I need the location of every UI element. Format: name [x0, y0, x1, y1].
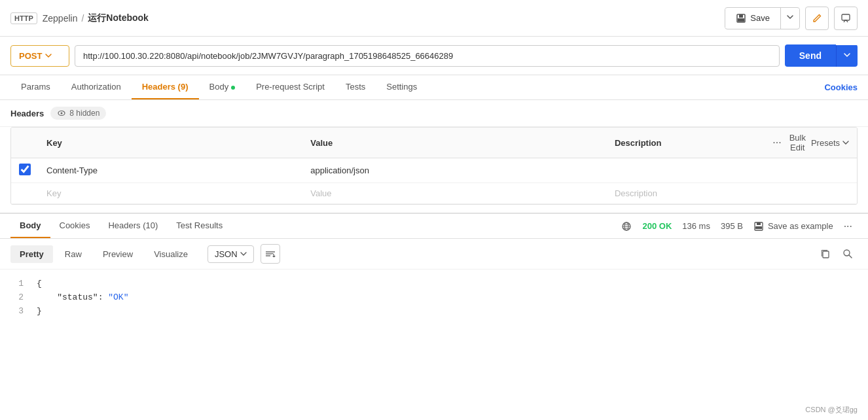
- resp-tab-cookies[interactable]: Cookies: [50, 214, 99, 238]
- url-input[interactable]: [75, 45, 780, 67]
- top-bar-right: Save: [725, 7, 858, 30]
- empty-actions-cell: [762, 183, 857, 204]
- col-desc-header: Description: [607, 128, 762, 158]
- comment-button[interactable]: [834, 7, 858, 30]
- view-tab-preview[interactable]: Preview: [94, 245, 142, 263]
- row-value-value: application/json: [310, 166, 369, 175]
- wrap-button[interactable]: [261, 244, 280, 264]
- line-content-1: {: [37, 277, 42, 291]
- method-chevron-icon: [45, 52, 52, 60]
- svg-line-19: [849, 255, 852, 258]
- view-tab-raw[interactable]: Raw: [56, 245, 91, 263]
- send-button[interactable]: Send: [785, 44, 836, 67]
- col-key-header: Key: [39, 128, 302, 158]
- tab-params[interactable]: Params: [10, 75, 61, 99]
- tab-body[interactable]: Body: [199, 75, 246, 99]
- line-num-1: 1: [10, 277, 24, 291]
- send-chevron-icon: [843, 51, 851, 59]
- table-header-row: Key Value Description ··· Bulk Edit Pres…: [11, 128, 857, 158]
- tab-cookies[interactable]: Cookies: [824, 76, 858, 99]
- view-tab-pretty[interactable]: Pretty: [10, 245, 53, 263]
- response-more-button[interactable]: ···: [844, 220, 852, 232]
- chevron-down-icon: [786, 13, 794, 21]
- presets-button[interactable]: Presets: [811, 138, 849, 148]
- send-button-group: Send: [785, 44, 858, 67]
- response-tabs: Body Cookies Headers (10) Test Results 2…: [0, 213, 868, 239]
- row-value-cell: application/json: [302, 158, 607, 183]
- presets-chevron-icon: [842, 139, 849, 146]
- search-response-button[interactable]: [838, 244, 858, 264]
- table-empty-row: Key Value Description: [11, 183, 857, 204]
- tab-prerequest[interactable]: Pre-request Script: [245, 75, 335, 99]
- row-key-value: Content-Type: [46, 166, 98, 175]
- edit-button[interactable]: [805, 7, 829, 30]
- svg-point-5: [61, 113, 63, 114]
- tab-tests[interactable]: Tests: [335, 75, 376, 99]
- headers-table: Key Value Description ··· Bulk Edit Pres…: [11, 128, 857, 204]
- breadcrumb-app[interactable]: Zeppelin: [43, 13, 78, 24]
- globe-icon: [621, 221, 632, 232]
- status-code: 200 OK: [642, 221, 672, 231]
- empty-value-placeholder: Value: [310, 188, 331, 198]
- view-tab-visualize[interactable]: Visualize: [145, 245, 197, 263]
- eye-icon: [57, 109, 66, 118]
- line-content-2: "status": "OK": [37, 291, 128, 305]
- code-line-1: 1 {: [10, 277, 858, 291]
- row-check-cell: [11, 158, 39, 183]
- request-tabs: Params Authorization Headers (9) Body Pr…: [0, 75, 868, 100]
- copy-button[interactable]: [816, 244, 835, 264]
- line-num-3: 3: [10, 305, 24, 319]
- format-select[interactable]: JSON: [208, 245, 254, 263]
- resp-tab-test-results[interactable]: Test Results: [167, 214, 232, 238]
- empty-key-cell[interactable]: Key: [39, 183, 302, 204]
- breadcrumb: Zeppelin / 运行Notebook: [43, 12, 149, 24]
- row-key-cell: Content-Type: [39, 158, 302, 183]
- empty-desc-cell[interactable]: Description: [607, 183, 762, 204]
- row-checkbox[interactable]: [19, 164, 31, 175]
- col-actions-header: ··· Bulk Edit Presets: [762, 128, 857, 158]
- save-button[interactable]: Save: [725, 9, 780, 28]
- save-example-icon: [753, 221, 764, 232]
- pencil-icon: [812, 13, 822, 24]
- more-options-button[interactable]: ···: [770, 137, 784, 149]
- svg-rect-2: [738, 18, 744, 22]
- row-desc-cell: [607, 158, 762, 183]
- method-label: POST: [19, 51, 42, 61]
- search-icon: [842, 249, 853, 259]
- save-example-button[interactable]: Save as example: [753, 221, 833, 232]
- tab-settings[interactable]: Settings: [376, 75, 427, 99]
- save-dropdown-button[interactable]: [781, 9, 799, 27]
- hidden-count-badge[interactable]: 8 hidden: [50, 107, 106, 120]
- resp-tab-headers[interactable]: Headers (10): [99, 214, 167, 238]
- response-status: 200 OK 136 ms 395 B Save as example ···: [616, 220, 858, 232]
- send-dropdown-button[interactable]: [836, 45, 858, 67]
- headers-table-wrapper: Key Value Description ··· Bulk Edit Pres…: [10, 127, 858, 205]
- save-example-label: Save as example: [768, 221, 833, 231]
- response-size: 395 B: [721, 221, 743, 231]
- empty-value-cell[interactable]: Value: [302, 183, 607, 204]
- table-actions: ··· Bulk Edit Presets: [770, 133, 849, 152]
- save-label: Save: [750, 13, 770, 23]
- bulk-edit-button[interactable]: Bulk Edit: [789, 133, 806, 152]
- url-bar: POST Send: [0, 37, 868, 75]
- col-value-header: Value: [302, 128, 607, 158]
- presets-label: Presets: [811, 138, 840, 148]
- format-label: JSON: [215, 249, 238, 259]
- svg-rect-1: [739, 14, 743, 18]
- svg-rect-3: [842, 14, 850, 20]
- empty-check-cell: [11, 183, 39, 204]
- response-time: 136 ms: [682, 221, 710, 231]
- method-select[interactable]: POST: [10, 45, 69, 67]
- svg-rect-13: [755, 226, 762, 229]
- watermark: CSDN @爻珺gg: [805, 405, 858, 415]
- resp-tab-body[interactable]: Body: [10, 214, 50, 238]
- row-actions-cell: [762, 158, 857, 183]
- tab-headers[interactable]: Headers (9): [132, 75, 199, 99]
- tab-authorization[interactable]: Authorization: [61, 75, 132, 99]
- table-row: Content-Type application/json: [11, 158, 857, 183]
- col-check-header: [11, 128, 39, 158]
- copy-icon: [820, 249, 831, 259]
- format-chevron-icon: [240, 251, 247, 257]
- body-view-bar: Pretty Raw Preview Visualize JSON: [0, 239, 868, 270]
- http-badge: HTTP: [10, 12, 37, 24]
